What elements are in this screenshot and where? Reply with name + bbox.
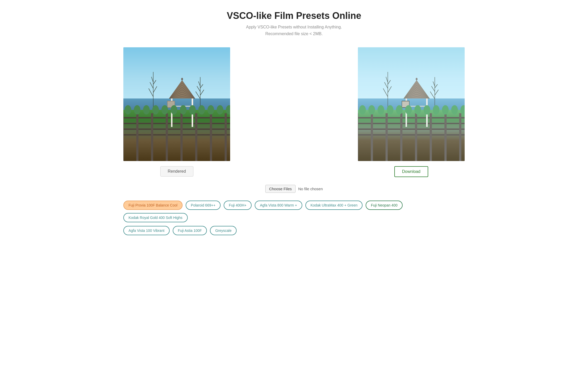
presets-row-2: Agfa Vista 100 VibrantFuji Astia 100FGre… <box>123 226 465 235</box>
page-header: VSCO-like Film Presets Online Apply VSCO… <box>118 10 470 37</box>
images-section: Rendered Download <box>118 47 470 177</box>
preset-agfa-vista-800[interactable]: Agfa Vista 800 Warm + <box>255 201 302 210</box>
no-file-label: No file chosen <box>298 187 323 191</box>
file-input-wrapper: Choose Files No file chosen <box>265 185 323 193</box>
original-image-container: Rendered <box>123 47 230 177</box>
original-image-frame <box>123 47 230 161</box>
file-section: Choose Files No file chosen <box>118 185 470 193</box>
download-button[interactable]: Download <box>394 166 428 177</box>
rendered-button[interactable]: Rendered <box>160 166 193 177</box>
choose-files-button[interactable]: Choose Files <box>265 185 296 193</box>
preset-kodak-ultramax[interactable]: Kodak UltraMax 400 + Green <box>305 201 363 210</box>
subtitle-line2: Recommended file size < 2MB. <box>118 30 470 37</box>
preset-fuji-neopan[interactable]: Fuji Neopan 400 <box>366 201 403 210</box>
presets-row-1: Fuji Provia 100F Balance CoolPolaroid 66… <box>123 201 465 222</box>
preset-kodak-royal[interactable]: Kodak Royal Gold 400 Soft Highs <box>123 213 188 222</box>
preset-fuji-provia-100f[interactable]: Fuji Provia 100F Balance Cool <box>123 201 183 210</box>
page-title: VSCO-like Film Presets Online <box>118 10 470 21</box>
preset-greyscale[interactable]: Greyscale <box>210 226 237 235</box>
preset-fuji-astia[interactable]: Fuji Astia 100F <box>173 226 207 235</box>
preset-fuji-400h[interactable]: Fuji 400H+ <box>224 201 252 210</box>
processed-image-container: Download <box>358 47 465 177</box>
preset-agfa-vista-100[interactable]: Agfa Vista 100 Vibrant <box>123 226 170 235</box>
middle-spacer <box>240 47 347 161</box>
presets-section: Fuji Provia 100F Balance CoolPolaroid 66… <box>118 201 470 235</box>
subtitle-line1: Apply VSCO-like Presets without Installi… <box>118 24 470 30</box>
original-canvas <box>123 47 230 161</box>
preset-polaroid-669[interactable]: Polaroid 669++ <box>186 201 221 210</box>
processed-image-frame <box>358 47 465 161</box>
processed-canvas <box>358 47 465 161</box>
